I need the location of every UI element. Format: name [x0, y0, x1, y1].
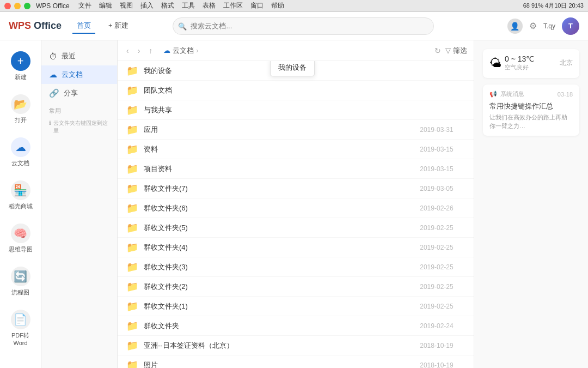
nav-section-title: 常用 — [41, 102, 117, 117]
avatar[interactable]: T — [562, 17, 579, 35]
sidebar-item-flow[interactable]: 🔄 流程图 — [3, 262, 38, 301]
folder-icon: 📁 — [126, 104, 138, 116]
main-content: ‹ › ↑ ☁ 云文档 › ↻ ▽ 筛选 📁我的设备···我的设备📁团队文档··… — [118, 40, 474, 368]
file-row[interactable]: 📁项目资料2019-03-15··· — [118, 159, 474, 179]
breadcrumb-cloud-text: 云文档 — [173, 46, 194, 56]
menu-table[interactable]: 表格 — [203, 1, 216, 10]
menu-format[interactable]: 格式 — [161, 1, 174, 10]
menu-tools[interactable]: 工具 — [182, 1, 195, 10]
path-cloud-icon: ☁ — [163, 46, 170, 55]
nav-recent[interactable]: ⏱ 最近 — [41, 47, 117, 65]
file-name: 群收文件夹(7) — [144, 184, 420, 194]
file-row[interactable]: 📁群收文件夹(5)2019-02-25··· — [118, 218, 474, 238]
flow-icon: 🔄 — [11, 267, 30, 286]
file-row[interactable]: 📁照片2018-10-19··· — [118, 355, 474, 368]
file-row[interactable]: 📁我的设备···我的设备 — [118, 61, 474, 81]
refresh-button[interactable]: ↻ — [434, 46, 441, 55]
hint-text: 云文件夹右键固定到这里 — [53, 119, 109, 135]
file-list: 📁我的设备···我的设备📁团队文档···📁与我共享···📁应用2019-03-3… — [118, 61, 474, 368]
file-date: 2019-02-25 — [420, 283, 453, 291]
news-source: 系统消息 — [500, 90, 524, 98]
header-search-bar: 🔍 — [173, 17, 434, 35]
file-row[interactable]: 📁群收文件夹(3)2019-02-25··· — [118, 257, 474, 277]
sidebar-item-cloud[interactable]: ☁ 云文档 — [3, 133, 38, 172]
forward-button[interactable]: › — [136, 45, 143, 56]
file-row[interactable]: 📁资料2019-03-15··· — [118, 140, 474, 159]
sidebar-label-mindmap: 思维导图 — [9, 245, 33, 254]
user-icon[interactable]: 👤 — [507, 19, 523, 34]
file-row[interactable]: 📁应用2019-03-31··· — [118, 120, 474, 140]
sidebar-label-flow: 流程图 — [11, 288, 29, 297]
sidebar-item-new[interactable]: + 新建 — [3, 47, 38, 86]
file-name: 应用 — [144, 125, 420, 135]
up-button[interactable]: ↑ — [146, 45, 155, 56]
share-icon: 🔗 — [49, 88, 59, 98]
folder-icon: 📁 — [126, 202, 138, 214]
filter-icon: ▽ — [445, 46, 451, 55]
file-date: 2019-02-25 — [420, 263, 453, 271]
nav-share[interactable]: 🔗 分享 — [41, 84, 117, 102]
sidebar-item-pdf[interactable]: 📄 PDF转Word — [3, 305, 38, 351]
traffic-lights — [4, 3, 30, 9]
nav-cloud-docs[interactable]: ☁ 云文档 — [41, 65, 117, 84]
file-row[interactable]: 📁团队文档··· — [118, 81, 474, 100]
file-row[interactable]: 📁群收文件夹(6)2019-02-26··· — [118, 198, 474, 218]
menu-insert[interactable]: 插入 — [140, 1, 154, 10]
settings-icon[interactable]: ⚙ — [529, 21, 537, 31]
minimize-button[interactable] — [14, 3, 21, 9]
tooltip-popup: 我的设备 — [270, 61, 315, 76]
file-row[interactable]: 📁群收文件夹2019-02-24··· — [118, 316, 474, 336]
new-icon: + — [11, 51, 30, 71]
filter-button[interactable]: ▽ 筛选 — [445, 46, 467, 56]
file-row[interactable]: 📁与我共享··· — [118, 100, 474, 120]
recent-icon: ⏱ — [49, 52, 57, 61]
search-input[interactable] — [173, 17, 434, 35]
weather-info: 0 ~ 13℃ 空气良好 — [505, 55, 535, 71]
back-button[interactable]: ‹ — [124, 45, 131, 56]
sidebar-item-open[interactable]: 📂 打开 — [3, 90, 38, 129]
pdf-icon: 📄 — [11, 310, 30, 329]
sidebar-item-template[interactable]: 🏪 稻壳商城 — [3, 176, 38, 215]
nav-new[interactable]: + 新建 — [104, 19, 133, 34]
news-snippet: 让我们在高效办公的路上再助你一臂之力… — [489, 113, 573, 130]
folder-icon: 📁 — [126, 85, 138, 96]
file-date: 2019-02-24 — [420, 322, 453, 330]
file-row[interactable]: 📁群收文件夹(1)2019-02-25··· — [118, 297, 474, 316]
mindmap-icon: 🧠 — [11, 224, 30, 243]
file-name: 群收文件夹 — [144, 321, 420, 331]
menu-edit[interactable]: 编辑 — [99, 1, 112, 10]
file-name: 群收文件夹(5) — [144, 223, 420, 233]
header-nav: 首页 + 新建 — [72, 19, 133, 34]
file-row[interactable]: 📁亚洲--日本签证资料（北京）2018-10-19··· — [118, 336, 474, 355]
folder-icon: 📁 — [126, 124, 138, 136]
file-date: 2019-02-25 — [420, 303, 453, 310]
title-bar-right: 68 91% 4月10日 20:43 — [523, 2, 584, 10]
header-right: 👤 ⚙ T.qy T — [507, 17, 579, 35]
file-row[interactable]: 📁群收文件夹(4)2019-02-25··· — [118, 238, 474, 257]
file-date: 2019-02-26 — [420, 204, 453, 212]
nav-hint: ℹ 云文件夹右键固定到这里 — [41, 117, 117, 137]
folder-icon: 📁 — [126, 320, 138, 332]
nav-share-label: 分享 — [64, 88, 78, 98]
file-name: 亚洲--日本签证资料（北京） — [144, 341, 420, 351]
menu-bar: 文件 编辑 视图 插入 格式 工具 表格 工作区 窗口 帮助 — [78, 1, 284, 10]
menu-window[interactable]: 窗口 — [250, 1, 264, 10]
breadcrumb-separator: › — [196, 47, 198, 55]
file-row[interactable]: 📁群收文件夹(7)2019-03-05··· — [118, 179, 474, 198]
menu-file[interactable]: 文件 — [78, 1, 91, 10]
menu-workspace[interactable]: 工作区 — [223, 1, 243, 10]
sidebar-item-mindmap[interactable]: 🧠 思维导图 — [3, 219, 38, 258]
file-name: 照片 — [144, 360, 420, 369]
news-source-icon: 📢 — [489, 91, 497, 98]
close-button[interactable] — [4, 3, 11, 9]
title-bar: WPS Office 文件 编辑 视图 插入 格式 工具 表格 工作区 窗口 帮… — [0, 0, 588, 12]
breadcrumb-path: ☁ 云文档 › — [163, 46, 421, 56]
menu-help[interactable]: 帮助 — [271, 1, 284, 10]
app-body: + 新建 📂 打开 ☁ 云文档 🏪 稻壳商城 — [0, 40, 588, 368]
app-logo: WPS Office — [9, 20, 62, 32]
news-card[interactable]: 📢 系统消息 03-18 常用快捷键操作汇总 让我们在高效办公的路上再助你一臂之… — [483, 85, 579, 136]
file-row[interactable]: 📁群收文件夹(2)2019-02-25··· — [118, 277, 474, 297]
nav-home[interactable]: 首页 — [72, 19, 95, 34]
menu-view[interactable]: 视图 — [120, 1, 133, 10]
maximize-button[interactable] — [24, 3, 30, 9]
